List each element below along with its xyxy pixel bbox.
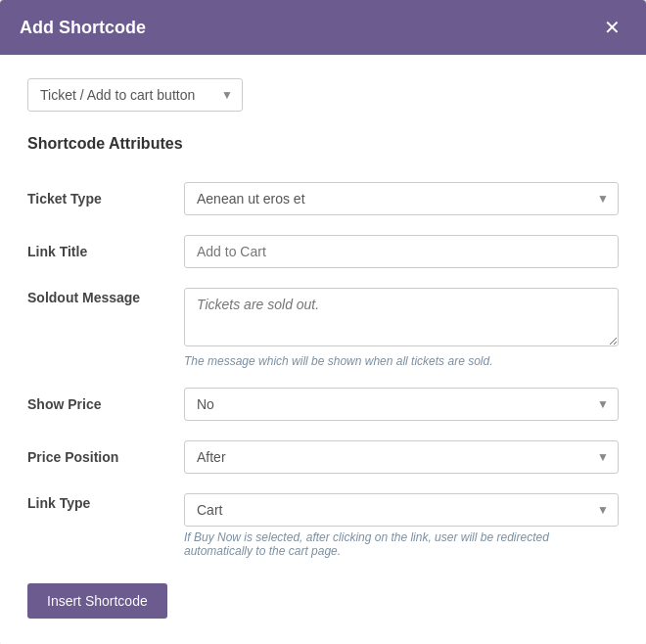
link-title-input[interactable] bbox=[184, 235, 619, 268]
show-price-label: Show Price bbox=[27, 378, 184, 431]
soldout-message-hint: The message which will be shown when all… bbox=[184, 354, 619, 368]
price-position-wrapper: After ▼ bbox=[184, 440, 619, 474]
modal-header: Add Shortcode ✕ bbox=[0, 0, 646, 55]
section-attributes-title: Shortcode Attributes bbox=[27, 135, 619, 153]
link-type-wrapper: Cart ▼ bbox=[184, 493, 619, 527]
shortcode-type-select[interactable]: Ticket / Add to cart button bbox=[27, 78, 243, 112]
modal-body: Ticket / Add to cart button ▼ Shortcode … bbox=[0, 55, 646, 644]
insert-shortcode-button[interactable]: Insert Shortcode bbox=[27, 583, 167, 619]
show-price-select[interactable]: No bbox=[184, 388, 619, 421]
link-title-row: Link Title bbox=[27, 225, 619, 278]
link-title-label: Link Title bbox=[27, 225, 184, 278]
ticket-type-select[interactable]: Aenean ut eros et bbox=[184, 182, 619, 215]
ticket-type-row: Ticket Type Aenean ut eros et ▼ bbox=[27, 172, 619, 225]
price-position-select[interactable]: After bbox=[184, 440, 619, 474]
ticket-type-label: Ticket Type bbox=[27, 172, 184, 225]
link-type-label: Link Type bbox=[27, 483, 184, 568]
attributes-table: Ticket Type Aenean ut eros et ▼ Link Tit… bbox=[27, 172, 619, 568]
link-type-row: Link Type Cart ▼ If Buy Now is selected,… bbox=[27, 483, 619, 568]
modal-title: Add Shortcode bbox=[20, 18, 146, 38]
soldout-message-row: Soldout Message The message which will b… bbox=[27, 278, 619, 378]
shortcode-type-selector: Ticket / Add to cart button ▼ bbox=[27, 78, 619, 112]
price-position-row: Price Position After ▼ bbox=[27, 431, 619, 483]
modal-close-button[interactable]: ✕ bbox=[598, 16, 626, 39]
shortcode-type-wrapper: Ticket / Add to cart button ▼ bbox=[27, 78, 243, 112]
price-position-label: Price Position bbox=[27, 431, 184, 483]
show-price-wrapper: No ▼ bbox=[184, 388, 619, 421]
show-price-row: Show Price No ▼ bbox=[27, 378, 619, 431]
soldout-message-label: Soldout Message bbox=[27, 278, 184, 378]
link-type-select[interactable]: Cart bbox=[184, 493, 619, 527]
link-type-hint: If Buy Now is selected, after clicking o… bbox=[184, 530, 619, 558]
add-shortcode-modal: Add Shortcode ✕ Ticket / Add to cart but… bbox=[0, 0, 646, 644]
ticket-type-wrapper: Aenean ut eros et ▼ bbox=[184, 182, 619, 215]
soldout-message-textarea[interactable] bbox=[184, 288, 619, 346]
